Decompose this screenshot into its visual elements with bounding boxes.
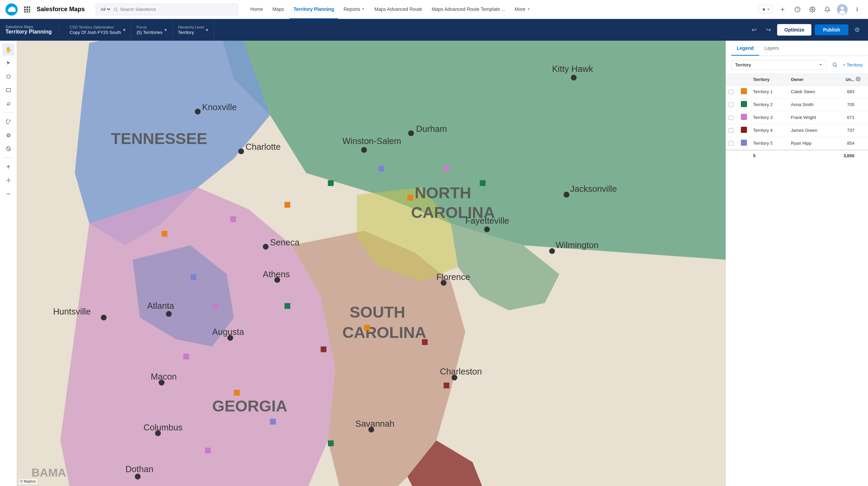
subnav-settings-icon[interactable]: ⚙ <box>852 24 863 35</box>
svg-line-22 <box>9 120 11 121</box>
row2-owner: Anna Smith <box>791 102 829 107</box>
tab-layers[interactable]: Layers <box>759 41 784 56</box>
svg-point-17 <box>841 6 844 9</box>
svg-text:Athens: Athens <box>263 269 290 279</box>
svg-point-21 <box>7 104 8 105</box>
toolbar-separator-2 <box>4 158 13 158</box>
row5-checkbox[interactable] <box>729 141 741 146</box>
row4-checkbox[interactable] <box>729 128 741 133</box>
svg-point-49 <box>195 109 201 115</box>
focus-dropdown[interactable]: Focus (5) Territories ▾ <box>131 19 173 41</box>
svg-text:Knoxville: Knoxville <box>202 102 237 112</box>
row1-checkbox[interactable] <box>729 89 741 94</box>
row1-territory: Territory 1 <box>753 89 791 94</box>
svg-rect-94 <box>284 202 290 208</box>
user-avatar[interactable] <box>837 4 848 15</box>
nav-menu: Home Maps Territory Planning Reports Map… <box>246 0 755 19</box>
cso-dropdown[interactable]: CSO Territory Optimization Copy Of Josh … <box>64 19 131 41</box>
publish-button[interactable]: Publish <box>815 24 848 35</box>
svg-rect-104 <box>321 346 327 352</box>
row5-territory: Territory 5 <box>753 141 791 146</box>
nav-maps-advanced-route-template[interactable]: Maps Advanced Route Template ... <box>428 0 509 19</box>
table-row[interactable]: Territory 4 James Green 737 <box>726 124 868 137</box>
nav-maps[interactable]: Maps <box>268 0 288 19</box>
row2-color <box>741 101 753 108</box>
table-row[interactable]: Territory 2 Anna Smith 705 <box>726 98 868 111</box>
redo-button[interactable]: ↪ <box>763 24 774 35</box>
nav-territory-planning[interactable]: Territory Planning <box>290 0 338 19</box>
rectangle-tool-button[interactable] <box>2 84 15 96</box>
map-settings-button[interactable]: ⚙ <box>2 129 15 141</box>
nav-right-actions: ★ ? ℹ <box>759 4 863 15</box>
svg-text:Augusta: Augusta <box>212 327 244 337</box>
svg-rect-100 <box>162 231 167 237</box>
search-input[interactable] <box>120 7 234 12</box>
cso-label: CSO Territory Optimization <box>70 25 121 29</box>
row2-territory: Territory 2 <box>753 102 791 107</box>
restrict-button[interactable] <box>2 143 15 155</box>
paint-tool-button[interactable] <box>2 116 15 128</box>
notifications-icon[interactable] <box>822 4 833 15</box>
row2-checkbox[interactable] <box>729 102 741 107</box>
help-icon[interactable]: ? <box>792 4 803 15</box>
zoom-in-button[interactable]: + <box>2 161 15 173</box>
svg-text:Macon: Macon <box>151 372 177 381</box>
favorites-button[interactable]: ★ <box>759 5 773 14</box>
row1-color <box>741 88 753 95</box>
svg-rect-8 <box>29 11 30 13</box>
panel-toolbar: Territory + Territory <box>726 56 868 74</box>
svg-rect-111 <box>205 448 211 453</box>
table-row[interactable]: Territory 3 Frank Wright 671 <box>726 111 868 124</box>
map-area[interactable]: TENNESSEE NORTH CAROLINA SOUTH CAROLINA … <box>17 41 726 486</box>
hierarchy-dropdown[interactable]: Hierarchy Level Territory ▾ <box>173 19 214 41</box>
svg-point-53 <box>408 130 414 136</box>
hand-tool-button[interactable]: ✋ <box>2 43 15 56</box>
undo-button[interactable]: ↩ <box>749 24 760 35</box>
svg-rect-110 <box>270 419 276 425</box>
focus-value: (5) Territories <box>137 30 162 35</box>
nav-home[interactable]: Home <box>246 0 267 19</box>
row3-checkbox[interactable] <box>729 115 741 120</box>
svg-rect-97 <box>408 195 413 200</box>
header-value-col: Un... <box>829 77 856 82</box>
search-scope[interactable]: All <box>99 6 111 12</box>
svg-text:BAMA: BAMA <box>32 466 66 479</box>
svg-rect-20 <box>6 88 11 92</box>
app-grid-icon[interactable] <box>22 4 33 15</box>
left-toolbar: ✋ ⚙ + <box>0 41 17 486</box>
svg-point-19 <box>6 75 10 79</box>
nav-reports[interactable]: Reports <box>339 0 369 19</box>
svg-rect-6 <box>24 11 26 13</box>
svg-text:Huntsville: Huntsville <box>53 307 91 316</box>
zoom-out-button[interactable]: − <box>2 188 15 200</box>
svg-point-59 <box>571 75 577 80</box>
circle-tool-button[interactable] <box>2 70 15 83</box>
select-tool-button[interactable] <box>2 57 15 69</box>
add-territory-button[interactable]: + Territory <box>843 62 863 67</box>
settings-icon[interactable] <box>807 4 818 15</box>
row3-owner: Frank Wright <box>791 115 829 120</box>
svg-text:TENNESSEE: TENNESSEE <box>111 130 207 147</box>
add-icon[interactable] <box>777 4 788 15</box>
search-bar[interactable]: All <box>96 4 238 15</box>
locate-button[interactable] <box>2 174 15 186</box>
tab-legend[interactable]: Legend <box>731 41 759 56</box>
svg-text:CAROLINA: CAROLINA <box>342 324 427 341</box>
svg-rect-102 <box>212 303 218 309</box>
app-name: Salesforce Maps <box>37 6 85 13</box>
svg-line-10 <box>117 10 118 11</box>
header-settings-col <box>856 77 865 82</box>
panel-search-button[interactable] <box>829 59 840 70</box>
table-row[interactable]: Territory 1 Caleb Steen 683 <box>726 85 868 98</box>
footer-count: 5 <box>753 153 791 158</box>
territory-select-dropdown[interactable]: Territory <box>731 60 827 70</box>
lasso-tool-button[interactable] <box>2 98 15 110</box>
table-row[interactable]: Territory 5 Ryan Hipp 854 <box>726 137 868 150</box>
nav-more[interactable]: More <box>511 0 534 19</box>
row4-owner: James Green <box>791 128 829 133</box>
nav-maps-advanced-route[interactable]: Maps Advanced Route <box>370 0 426 19</box>
optimize-button[interactable]: Optimize <box>777 24 811 36</box>
svg-point-25 <box>8 180 9 181</box>
territory-select-value: Territory <box>735 62 817 67</box>
svg-rect-4 <box>26 9 28 11</box>
